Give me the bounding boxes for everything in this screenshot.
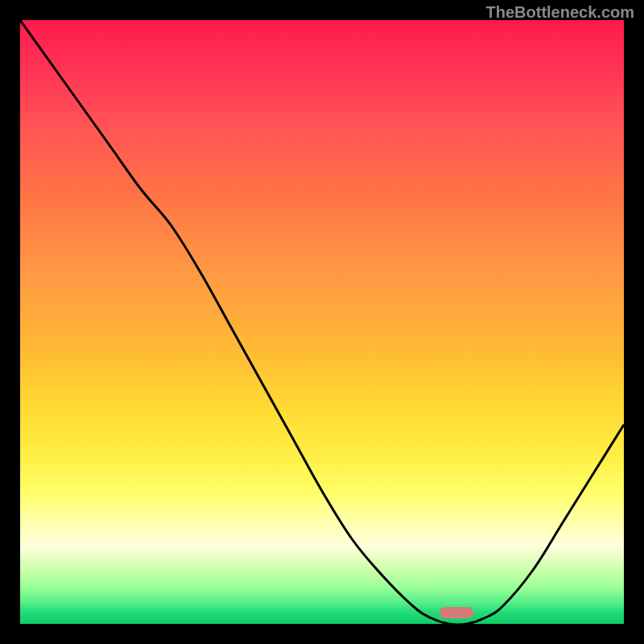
optimal-point-marker: [440, 607, 473, 618]
chart-container: TheBottleneck.com: [0, 0, 644, 644]
bottleneck-curve: [20, 20, 624, 624]
plot-area: [20, 20, 624, 624]
watermark-text: TheBottleneck.com: [486, 3, 634, 22]
